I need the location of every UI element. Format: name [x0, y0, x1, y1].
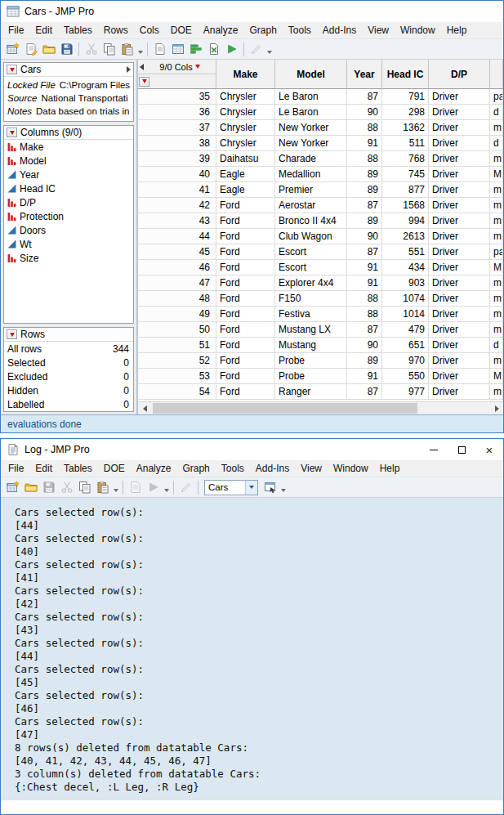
dp-cell[interactable]: Driver [429, 105, 490, 120]
table-row[interactable]: 41 Eagle Premier 89 877 Driver m [138, 182, 503, 198]
menu-item[interactable]: Add-Ins [250, 461, 295, 476]
protection-cell[interactable]: m [490, 322, 503, 338]
year-cell[interactable]: 90 [347, 338, 382, 353]
year-cell[interactable]: 89 [347, 353, 382, 369]
data-view-button[interactable] [169, 41, 186, 58]
cut-button[interactable] [58, 479, 75, 496]
menu-item[interactable]: Edit [29, 461, 58, 476]
cars-titlebar[interactable]: Cars - JMP Pro [1, 1, 503, 22]
model-cell[interactable]: Aerostar [275, 198, 347, 213]
menu-item[interactable]: View [295, 461, 328, 476]
headic-cell[interactable]: 977 [382, 384, 429, 400]
headic-cell[interactable]: 298 [382, 105, 429, 120]
table-row[interactable]: 43 Ford Bronco II 4x4 89 994 Driver m [138, 213, 503, 229]
protection-cell[interactable]: m [490, 307, 503, 322]
column-item[interactable]: Protection [4, 209, 133, 223]
protection-cell[interactable]: d [490, 136, 503, 151]
new-journal-button[interactable] [22, 41, 39, 58]
make-cell[interactable]: Chrysler [216, 105, 275, 120]
rows-red-triangle-menu-button[interactable] [139, 77, 149, 87]
headic-cell[interactable]: 994 [382, 213, 429, 229]
menu-item[interactable]: Graph [176, 461, 215, 476]
table-row[interactable]: 48 Ford F150 88 1074 Driver m [138, 291, 503, 307]
column-item[interactable]: Year [4, 168, 133, 181]
protection-cell[interactable]: m [490, 151, 503, 167]
menu-item[interactable]: Tools [283, 23, 317, 38]
headic-cell[interactable]: 479 [382, 322, 429, 338]
red-triangle-menu-button[interactable] [7, 329, 17, 339]
dp-cell[interactable]: Driver [429, 229, 490, 244]
red-triangle-menu-button[interactable] [7, 128, 17, 137]
make-cell[interactable]: Chrysler [216, 89, 275, 105]
headic-cell[interactable]: 877 [382, 182, 429, 198]
table-row[interactable]: 36 Chrysler Le Baron 90 298 Driver d [138, 105, 503, 120]
headic-cell[interactable]: 551 [382, 244, 429, 260]
red-triangle-menu-button[interactable] [7, 65, 17, 74]
make-cell[interactable]: Ford [216, 198, 275, 213]
rows-stat-label[interactable]: Selected [7, 357, 46, 369]
make-cell[interactable]: Ford [216, 353, 275, 369]
headic-cell[interactable]: 903 [382, 275, 429, 291]
model-cell[interactable]: Mustang [275, 338, 347, 353]
make-cell[interactable]: Ford [216, 260, 275, 275]
table-row[interactable]: 45 Ford Escort 87 551 Driver pa [138, 244, 503, 260]
row-number-cell[interactable]: 47 [138, 275, 216, 291]
model-cell[interactable]: Ranger [275, 384, 347, 400]
row-number-cell[interactable]: 39 [138, 151, 216, 167]
columns-menu[interactable]: 9/0 Cols [159, 62, 199, 72]
copy-button[interactable] [100, 41, 118, 58]
year-cell[interactable]: 87 [347, 384, 382, 400]
menu-item[interactable]: Help [374, 461, 406, 476]
run-script-button[interactable] [223, 41, 240, 58]
table-row[interactable]: 42 Ford Aerostar 87 1568 Driver m [138, 198, 503, 213]
toolbar-overflow-chevron-icon[interactable] [279, 480, 287, 495]
toolbar-overflow-chevron-icon[interactable] [163, 480, 170, 495]
dp-cell[interactable]: Driver [429, 120, 490, 136]
menu-item[interactable]: DOE [98, 461, 131, 476]
model-cell[interactable]: F150 [275, 291, 347, 307]
row-number-cell[interactable]: 48 [138, 291, 216, 307]
make-cell[interactable]: Ford [216, 275, 275, 291]
year-cell[interactable]: 88 [347, 307, 382, 322]
dp-cell[interactable]: Driver [429, 244, 490, 260]
menu-item[interactable]: Window [328, 461, 374, 476]
row-number-cell[interactable]: 45 [138, 244, 216, 260]
table-row[interactable]: 38 Chrysler New Yorker 91 511 Driver d [138, 136, 503, 151]
menu-item[interactable]: Analyze [131, 461, 177, 476]
column-header-partial[interactable] [490, 60, 503, 89]
make-cell[interactable]: Eagle [216, 167, 275, 182]
make-cell[interactable]: Ford [216, 384, 275, 400]
row-number-cell[interactable]: 38 [138, 136, 216, 151]
horizontal-scrollbar[interactable] [138, 401, 503, 414]
column-item[interactable]: Wt [4, 237, 133, 251]
annotate-pen-button[interactable] [177, 479, 194, 496]
minimize-button[interactable] [420, 439, 448, 460]
menu-item[interactable]: Analyze [198, 23, 244, 38]
dp-cell[interactable]: Driver [429, 338, 490, 353]
row-number-cell[interactable]: 46 [138, 260, 216, 275]
row-number-cell[interactable]: 42 [138, 198, 216, 213]
save-button[interactable] [40, 479, 57, 496]
model-cell[interactable]: Escort [275, 260, 347, 275]
log-titlebar[interactable]: Log - JMP Pro × [1, 439, 503, 460]
year-cell[interactable]: 88 [347, 151, 382, 167]
protection-cell[interactable]: pa [490, 89, 503, 105]
column-item[interactable]: Make [4, 140, 133, 154]
headic-cell[interactable]: 1074 [382, 291, 429, 307]
dp-cell[interactable]: Driver [429, 353, 490, 369]
annotate-pen-button[interactable] [248, 41, 265, 58]
table-row[interactable]: 35 Chrysler Le Baron 87 791 Driver pa [138, 89, 503, 105]
make-cell[interactable]: Ford [216, 322, 275, 338]
make-cell[interactable]: Eagle [216, 182, 275, 198]
dp-cell[interactable]: Driver [429, 291, 490, 307]
headic-cell[interactable]: 511 [382, 136, 429, 151]
make-cell[interactable]: Ford [216, 291, 275, 307]
save-button[interactable] [58, 41, 75, 58]
protection-cell[interactable]: M [490, 260, 503, 275]
column-item[interactable]: Model [4, 154, 133, 168]
year-cell[interactable]: 91 [347, 136, 382, 151]
protection-cell[interactable]: m [490, 213, 503, 229]
dp-cell[interactable]: Driver [429, 322, 490, 338]
row-number-cell[interactable]: 37 [138, 120, 216, 136]
column-header-make[interactable]: Make [216, 60, 275, 89]
